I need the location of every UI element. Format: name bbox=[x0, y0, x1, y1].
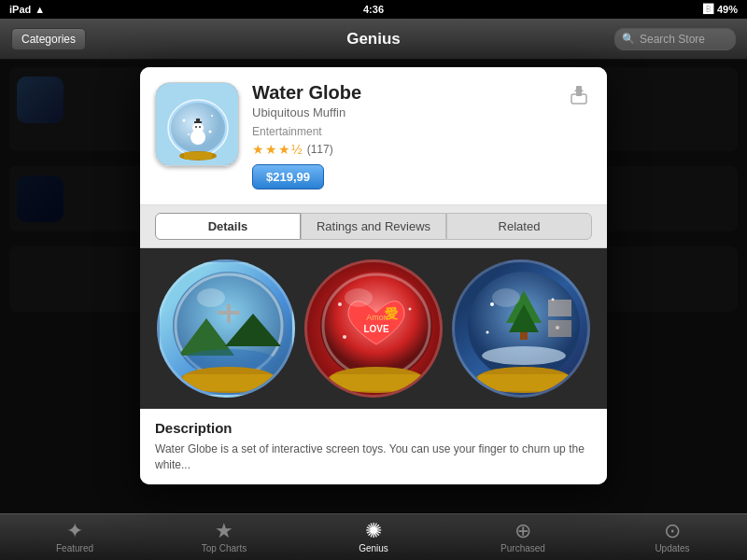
tab-ratings-reviews[interactable]: Ratings and Reviews bbox=[301, 213, 446, 240]
svg-point-47 bbox=[490, 302, 494, 306]
carrier-label: iPad bbox=[9, 4, 31, 15]
svg-rect-55 bbox=[478, 374, 570, 391]
svg-point-10 bbox=[211, 115, 213, 117]
share-button[interactable] bbox=[566, 82, 592, 108]
app-name: Water Globe bbox=[252, 82, 592, 104]
svg-rect-8 bbox=[196, 119, 200, 121]
description-title: Description bbox=[155, 420, 592, 436]
svg-point-5 bbox=[195, 126, 197, 128]
modal-overlay: Water Globe Ubiquitous Muffin Entertainm… bbox=[0, 60, 747, 513]
bluetooth-icon: 🅱 bbox=[703, 4, 713, 15]
app-detail-modal: Water Globe Ubiquitous Muffin Entertainm… bbox=[140, 67, 607, 484]
svg-point-12 bbox=[209, 131, 212, 133]
nav-bar: Categories Genius 🔍 Search Store bbox=[0, 19, 747, 60]
svg-point-9 bbox=[183, 119, 186, 122]
app-icon bbox=[155, 82, 239, 166]
svg-text:LOVE: LOVE bbox=[363, 324, 389, 334]
nav-title: Genius bbox=[346, 30, 401, 49]
screenshots-section: LOVE Amor 愛 bbox=[140, 248, 607, 409]
svg-rect-7 bbox=[194, 121, 202, 123]
updates-icon: ⊙ bbox=[664, 521, 681, 541]
search-wrapper: 🔍 Search Store bbox=[614, 28, 736, 50]
genius-icon: ✺ bbox=[365, 521, 382, 541]
svg-point-35 bbox=[338, 302, 342, 306]
app-header: Water Globe Ubiquitous Muffin Entertainm… bbox=[140, 67, 607, 205]
svg-point-4 bbox=[192, 122, 204, 133]
app-category: Entertainment bbox=[252, 125, 592, 138]
app-developer: Ubiquitous Muffin bbox=[252, 105, 592, 119]
price-button[interactable]: $219,99 bbox=[252, 164, 324, 189]
tab-featured[interactable]: ✦ Featured bbox=[0, 521, 149, 553]
featured-label: Featured bbox=[56, 543, 93, 553]
tab-bar: ✦ Featured ★ Top Charts ✺ Genius ⊕ Purch… bbox=[0, 513, 747, 560]
battery-label: 49% bbox=[717, 4, 738, 15]
svg-point-26 bbox=[197, 288, 225, 307]
tab-related[interactable]: Related bbox=[446, 213, 592, 240]
screenshot-1[interactable] bbox=[157, 259, 295, 398]
description-text: Water Globe is a set of interactive scre… bbox=[155, 441, 592, 473]
segment-control: Details Ratings and Reviews Related bbox=[140, 205, 607, 248]
status-bar-right: 🅱 49% bbox=[703, 4, 738, 15]
svg-point-46 bbox=[482, 346, 566, 365]
status-bar-time: 4:36 bbox=[363, 4, 384, 15]
svg-point-38 bbox=[345, 288, 373, 307]
svg-point-11 bbox=[188, 133, 190, 135]
screenshot-3[interactable] bbox=[452, 259, 590, 398]
description-section: Description Water Globe is a set of inte… bbox=[140, 409, 607, 484]
search-input[interactable]: Search Store bbox=[614, 28, 736, 50]
status-bar: iPad ▲ 4:36 🅱 49% bbox=[0, 0, 747, 19]
purchased-icon: ⊕ bbox=[514, 521, 531, 541]
svg-rect-40 bbox=[331, 374, 422, 391]
svg-rect-45 bbox=[520, 332, 528, 340]
svg-text:Amor: Amor bbox=[366, 313, 387, 322]
rating-stars: ★★★½ bbox=[252, 142, 303, 157]
svg-point-50 bbox=[486, 331, 489, 334]
svg-point-37 bbox=[343, 335, 346, 339]
svg-point-36 bbox=[409, 308, 412, 311]
svg-rect-28 bbox=[183, 374, 275, 391]
svg-rect-24 bbox=[218, 311, 240, 315]
app-info: Water Globe Ubiquitous Muffin Entertainm… bbox=[252, 82, 592, 189]
tab-genius[interactable]: ✺ Genius bbox=[299, 521, 448, 553]
svg-rect-14 bbox=[184, 152, 212, 160]
svg-rect-52 bbox=[548, 300, 571, 316]
rating-count: (117) bbox=[307, 143, 333, 156]
screenshot-2[interactable]: LOVE Amor 愛 bbox=[304, 259, 443, 398]
tab-details[interactable]: Details bbox=[155, 213, 301, 240]
categories-button[interactable]: Categories bbox=[11, 28, 86, 50]
svg-text:愛: 愛 bbox=[385, 306, 399, 321]
featured-icon: ✦ bbox=[66, 521, 83, 541]
wifi-icon: ▲ bbox=[35, 4, 45, 15]
tab-updates[interactable]: ⊙ Updates bbox=[598, 521, 747, 553]
topcharts-label: Top Charts bbox=[202, 543, 247, 553]
genius-label: Genius bbox=[359, 543, 388, 553]
topcharts-icon: ★ bbox=[215, 521, 233, 541]
svg-point-6 bbox=[199, 126, 201, 128]
tab-purchased[interactable]: ⊕ Purchased bbox=[448, 521, 598, 553]
svg-rect-53 bbox=[548, 320, 571, 337]
updates-label: Updates bbox=[655, 543, 689, 553]
svg-marker-16 bbox=[574, 86, 584, 91]
status-bar-left: iPad ▲ bbox=[9, 4, 45, 15]
tab-topcharts[interactable]: ★ Top Charts bbox=[149, 521, 299, 553]
svg-point-51 bbox=[492, 288, 520, 307]
stars-row: ★★★½ (117) bbox=[252, 142, 592, 157]
purchased-label: Purchased bbox=[500, 543, 545, 553]
